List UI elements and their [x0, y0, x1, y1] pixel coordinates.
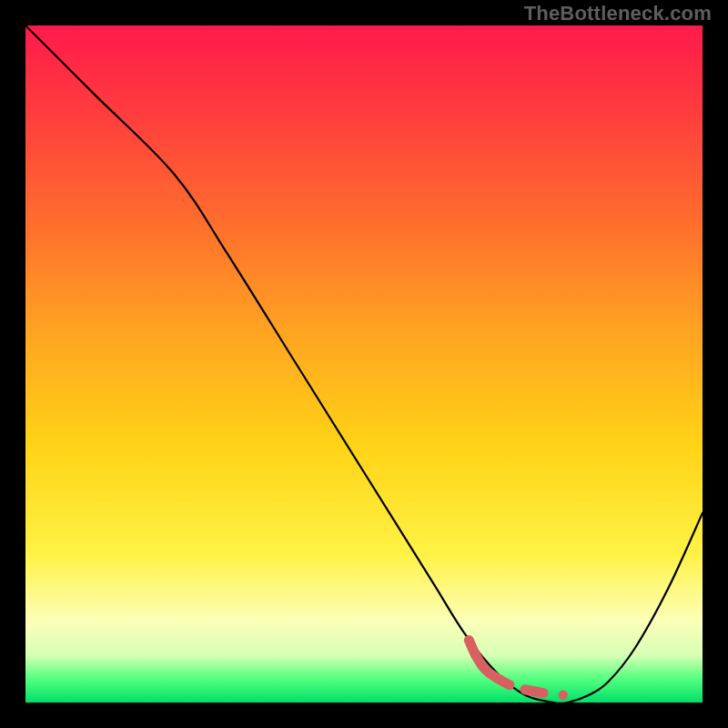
- svg-point-0: [559, 691, 568, 700]
- watermark-text: TheBottleneck.com: [524, 2, 712, 25]
- bottleneck-chart: [25, 25, 703, 703]
